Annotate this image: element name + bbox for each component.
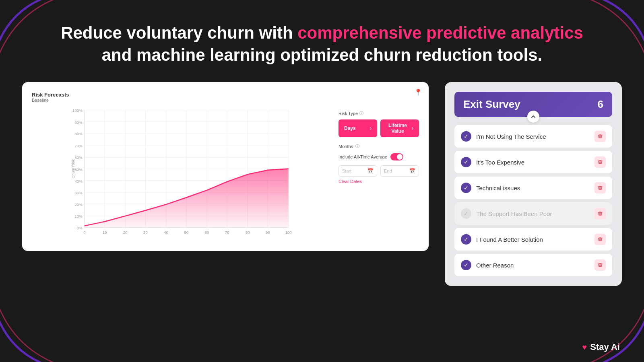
date-inputs: Start 📅 End 📅 — [339, 165, 419, 177]
survey-title: Exit Survey — [463, 98, 520, 111]
start-date-input[interactable]: Start 📅 — [339, 165, 377, 177]
survey-item: ✓ I Found A Better Solution — [454, 228, 612, 251]
svg-text:60: 60 — [205, 230, 209, 234]
svg-text:50: 50 — [184, 230, 188, 234]
survey-header: Exit Survey 6 — [454, 92, 612, 117]
svg-text:20: 20 — [123, 230, 128, 234]
chart-subtitle: Baseline — [32, 98, 419, 103]
include-avg-toggle[interactable] — [390, 153, 403, 160]
svg-text:80: 80 — [246, 230, 250, 234]
headline: Reduce voluntary churn with comprehensiv… — [0, 0, 644, 82]
survey-collapse-chevron[interactable] — [527, 111, 539, 123]
chart-controls: Risk Type ⓘ Days › Lifetime Value › Mont… — [339, 107, 419, 237]
svg-text:20%: 20% — [74, 203, 83, 207]
chart-body: 100% 90% 80% 70% 60% 50% 40% 30% 20% 10%… — [32, 107, 419, 237]
calendar-end-icon: 📅 — [409, 168, 415, 174]
survey-item-text-1: I'm Not Using The Service — [476, 133, 590, 140]
survey-item: ✓ The Support Has Been Poor — [454, 202, 612, 225]
start-placeholder: Start — [342, 169, 351, 173]
check-icon-1[interactable]: ✓ — [461, 131, 471, 142]
check-icon-2[interactable]: ✓ — [461, 157, 471, 167]
headline-part1: Reduce voluntary churn with — [61, 23, 297, 42]
svg-text:0: 0 — [83, 230, 85, 234]
headline-highlight: comprehensive predictive analytics — [297, 23, 583, 42]
content-area: Risk Forecasts Baseline 📍 100% 90% 80% 7… — [0, 82, 644, 286]
logo: ♥ Stay Ai — [582, 342, 620, 352]
svg-text:40%: 40% — [74, 179, 83, 183]
survey-item-text-3: Technical issues — [476, 185, 590, 191]
survey-count: 6 — [598, 98, 603, 111]
check-icon-3[interactable]: ✓ — [461, 183, 471, 193]
delete-button-1[interactable] — [594, 131, 606, 142]
include-avg-label: Include All-Time Average — [339, 154, 387, 159]
chart-title: Risk Forecasts — [32, 92, 419, 98]
svg-text:60%: 60% — [74, 155, 83, 160]
lifetime-chevron-right: › — [412, 125, 413, 131]
svg-text:100: 100 — [285, 230, 292, 234]
info-icon: ⓘ — [359, 111, 363, 116]
survey-item: ✓ It's Too Expensive — [454, 151, 612, 173]
svg-text:90: 90 — [266, 230, 270, 234]
svg-text:100%: 100% — [72, 108, 83, 113]
calendar-start-icon: 📅 — [367, 168, 374, 174]
survey-item: ✓ Other Reason — [454, 254, 612, 276]
survey-item-text-4: The Support Has Been Poor — [476, 210, 590, 217]
svg-text:30%: 30% — [74, 191, 83, 195]
svg-text:10%: 10% — [74, 214, 83, 218]
svg-text:50%: 50% — [74, 167, 83, 172]
survey-item-text-2: It's Too Expensive — [476, 159, 590, 166]
months-label-row: Months ⓘ — [339, 144, 419, 149]
survey-panel: Exit Survey 6 ✓ I'm Not Using The Servic… — [445, 82, 622, 286]
days-button[interactable]: Days › — [339, 119, 377, 137]
chart-svg: 100% 90% 80% 70% 60% 50% 40% 30% 20% 10%… — [32, 107, 330, 235]
risk-type-label: Risk Type ⓘ — [339, 111, 419, 116]
delete-button-5[interactable] — [594, 234, 606, 245]
lifetime-value-button[interactable]: Lifetime Value › — [380, 119, 419, 137]
check-icon-5[interactable]: ✓ — [461, 234, 471, 245]
delete-button-4[interactable] — [594, 208, 606, 219]
pin-icon: 📍 — [414, 88, 422, 96]
logo-text: Stay Ai — [590, 342, 620, 352]
svg-text:0%: 0% — [77, 226, 83, 230]
svg-text:40: 40 — [164, 230, 168, 234]
end-placeholder: End — [384, 169, 392, 173]
clear-dates-link[interactable]: Clear Dates — [339, 179, 419, 184]
svg-text:70%: 70% — [74, 144, 83, 148]
survey-item-text-5: I Found A Better Solution — [476, 236, 590, 243]
end-date-input[interactable]: End 📅 — [380, 165, 419, 177]
logo-heart-icon: ♥ — [582, 343, 587, 352]
svg-text:80%: 80% — [74, 132, 83, 136]
delete-button-6[interactable] — [594, 259, 606, 271]
chart-panel: Risk Forecasts Baseline 📍 100% 90% 80% 7… — [22, 82, 429, 251]
headline-part2: and machine learning optimized churn red… — [102, 45, 542, 64]
survey-item: ✓ Technical issues — [454, 177, 612, 199]
months-info-icon: ⓘ — [355, 144, 359, 149]
delete-button-3[interactable] — [594, 182, 606, 193]
survey-item: ✓ I'm Not Using The Service — [454, 125, 612, 148]
svg-text:90%: 90% — [74, 120, 83, 125]
check-icon-4[interactable]: ✓ — [461, 208, 471, 219]
survey-items: ✓ I'm Not Using The Service ✓ It's Too E… — [454, 125, 612, 276]
chart-header: Risk Forecasts Baseline — [32, 92, 419, 103]
days-chevron-right: › — [370, 125, 372, 131]
survey-item-text-6: Other Reason — [476, 262, 590, 269]
svg-text:30: 30 — [143, 230, 148, 234]
chart-area: 100% 90% 80% 70% 60% 50% 40% 30% 20% 10%… — [32, 107, 330, 237]
svg-text:Churn Risk: Churn Risk — [71, 159, 75, 179]
svg-text:10: 10 — [103, 230, 107, 234]
svg-text:70: 70 — [225, 230, 229, 234]
risk-type-buttons: Days › Lifetime Value › — [339, 119, 419, 137]
delete-button-2[interactable] — [594, 156, 606, 168]
check-icon-6[interactable]: ✓ — [461, 260, 471, 270]
